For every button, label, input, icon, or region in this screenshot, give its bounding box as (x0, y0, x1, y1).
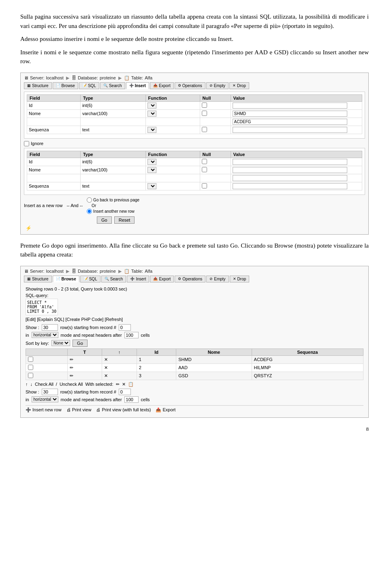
paragraph-4: Premete Go dopo ogni inserimento. Alla f… (20, 241, 369, 259)
or-label: Or (87, 203, 139, 208)
null-empty-1 (200, 118, 231, 126)
type-seq-2: text (80, 182, 145, 190)
export-selected-icon[interactable]: 📋 (128, 382, 134, 387)
show-row-1: Show : row(s) starting from record # (26, 324, 363, 331)
server-bar-1: 🖥 Server: localhost ▶ 🗄 Database: protei… (24, 75, 365, 81)
sort-select[interactable]: None (51, 340, 70, 346)
row1-t[interactable]: ✏ (67, 355, 102, 363)
insert-new-row-link[interactable]: ➕ Insert new row (26, 407, 62, 413)
row-start-input-1[interactable] (119, 324, 131, 331)
radio-insert-another[interactable]: Insert another new row (87, 209, 139, 214)
uncheck-all-link[interactable]: Uncheck All (60, 382, 83, 387)
link-php[interactable]: [Create PHP Code] (65, 317, 103, 322)
reset-button-1[interactable]: Reset (114, 216, 135, 224)
in-mode-row-1: in horizontal mode and repeat headers af… (26, 332, 363, 338)
func-select-2[interactable] (147, 111, 156, 117)
show-input-2[interactable] (42, 389, 58, 395)
row2-checkbox[interactable] (28, 365, 33, 370)
edit-selected-icon[interactable]: ✏ (116, 382, 120, 387)
type-nome-1: varchar(100) (80, 109, 145, 118)
col-value-1: Value (231, 94, 362, 101)
link-edit[interactable]: [Edit] (26, 317, 36, 322)
action-links: [Edit] [Explain SQL] [Create PHP Code] [… (26, 317, 363, 322)
val-input-5[interactable] (233, 167, 348, 173)
ignore-checkbox[interactable] (24, 141, 29, 146)
tab-structure-1[interactable]: ▦ Structure (24, 82, 52, 89)
row-start-input-2[interactable] (119, 389, 131, 395)
row3-x[interactable]: ✕ (102, 372, 137, 380)
tab-operations-1[interactable]: ⚙ Operations (175, 82, 205, 89)
table-icon: 📋 (124, 75, 130, 81)
val-input-acdefg[interactable] (233, 119, 348, 125)
tab-insert-2[interactable]: ➕ Insert (127, 276, 149, 282)
mode-input-1[interactable] (124, 332, 139, 338)
show-input-1[interactable] (42, 324, 58, 331)
with-selected-label: With selected: (85, 382, 113, 387)
val-input-seq[interactable] (233, 127, 348, 133)
horizontal-select-2[interactable]: horizontal (32, 396, 58, 402)
val-input-seq2[interactable] (233, 183, 348, 189)
row2-t[interactable]: ✏ (67, 363, 102, 372)
print-view-full-link[interactable]: 🖨 Print view (with full texts) (96, 407, 151, 412)
tab-insert-1[interactable]: ➕ Insert (126, 82, 149, 89)
row3-t[interactable]: ✏ (67, 372, 102, 380)
screenshot-browse: 🖥 Server: localhost ▶ 🗄 Database: protei… (20, 266, 369, 418)
null-check-6[interactable] (202, 183, 207, 188)
in-label-1: in (26, 333, 29, 338)
val-input-1[interactable] (233, 103, 348, 109)
tab-browse-2[interactable]: 📄 Browse (53, 276, 79, 282)
print-view-link[interactable]: 🖨 Print view (66, 407, 92, 412)
horizontal-select-1[interactable]: horizontal (32, 332, 58, 338)
null-check-2[interactable] (202, 111, 207, 116)
check-all-link[interactable]: Check All (35, 382, 53, 387)
row2-x[interactable]: ✕ (102, 363, 137, 372)
val-input-empty[interactable] (233, 175, 348, 181)
tab-sql-1[interactable]: 📝 SQL (79, 82, 99, 89)
row1-checkbox[interactable] (28, 357, 33, 362)
row3-checkbox[interactable] (28, 373, 33, 378)
tab-drop-1[interactable]: ✕ Drop (229, 82, 249, 89)
tab-search-2[interactable]: 🔍 Search (101, 276, 126, 282)
link-refresh[interactable]: [Refresh] (105, 317, 123, 322)
export-link[interactable]: 📤 Export (156, 407, 175, 413)
row1-x[interactable]: ✕ (102, 355, 137, 363)
insert-form-2: Field Type Function Null Value Id int(6)… (24, 148, 365, 195)
radio-go-back[interactable]: Go back to previous page (87, 197, 139, 203)
func-select-3[interactable] (147, 127, 156, 133)
tab-export-2[interactable]: 📤 Export (150, 276, 174, 282)
db-value: proteine (100, 75, 116, 80)
func-select-6[interactable] (147, 183, 156, 189)
null-check-3[interactable] (202, 127, 207, 132)
table-row: ✏ ✕ 1 SHMD ACDEFG (26, 355, 363, 363)
tab-search-1[interactable]: 🔍 Search (100, 82, 125, 89)
tab-empty-1[interactable]: ⊘ Empty (206, 82, 229, 89)
browse-section: Showing rows 0 - 2 (3 total, Query took … (24, 285, 365, 414)
tab-browse-1[interactable]: 📄 Browse (53, 82, 78, 89)
row2-id: 2 (137, 363, 176, 372)
func-select-1[interactable] (147, 103, 156, 109)
delete-selected-icon[interactable]: ✕ (122, 382, 126, 387)
null-check-1[interactable] (202, 103, 207, 108)
tab-drop-2[interactable]: ✕ Drop (230, 276, 250, 282)
go-button-1[interactable]: Go (97, 216, 112, 224)
null-check-5[interactable] (202, 167, 207, 172)
tab-operations-2[interactable]: ⚙ Operations (175, 276, 205, 282)
table-value-1: Alfa (145, 75, 152, 80)
go-button-2[interactable]: Go (73, 340, 88, 347)
func-select-4[interactable] (147, 159, 156, 165)
mode-label-1: mode and repeat headers after (61, 333, 122, 338)
db-icon-2: 🗄 (72, 269, 76, 274)
tab-export-1[interactable]: 📤 Export (150, 82, 174, 89)
th-arrow: ↑ (102, 349, 137, 355)
tab-sql-2[interactable]: 📝 SQL (80, 276, 100, 282)
val-input-2[interactable] (233, 111, 348, 117)
tab-structure-2[interactable]: ▦ Structure (24, 276, 52, 282)
func-select-5[interactable] (147, 167, 156, 173)
link-explain[interactable]: [Explain SQL] (37, 317, 64, 322)
col-value-2: Value (231, 151, 362, 158)
row3-id: 3 (137, 372, 176, 380)
mode-input-2[interactable] (124, 396, 139, 403)
null-check-4[interactable] (202, 159, 207, 164)
val-input-4[interactable] (233, 159, 348, 165)
tab-empty-2[interactable]: ⊘ Empty (206, 276, 229, 282)
